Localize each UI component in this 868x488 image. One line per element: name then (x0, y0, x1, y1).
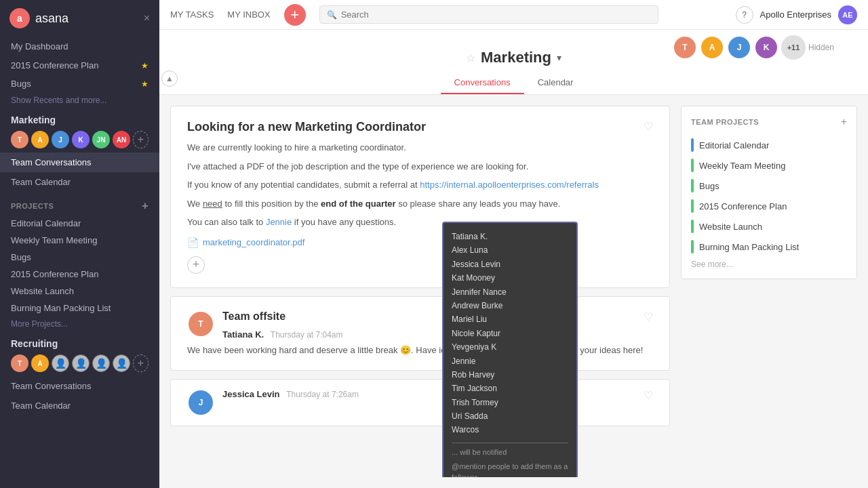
project-dot (691, 138, 694, 152)
avatar: K (72, 131, 90, 148)
see-more-projects-link[interactable]: See more... (691, 260, 847, 269)
list-item: Tatiana K. (452, 230, 568, 243)
post-time: Thursday at 7:26am (286, 390, 359, 399)
notified-popup: Tatiana K. Alex Luna Jessica Levin Kat M… (442, 222, 578, 477)
add-comment-button[interactable]: + (187, 256, 205, 274)
sidebar-item-my-dashboard[interactable]: My Dashboard (0, 37, 159, 56)
post-author: Jessica Levin (222, 389, 280, 399)
recruiting-team-avatars: T A 👤 👤 👤 👤 + (0, 352, 159, 376)
team-member-avatar: T (673, 35, 697, 60)
sidebar-item-conference-plan[interactable]: 2015 Conference Plan ★ (0, 56, 159, 75)
avatar: A (31, 131, 49, 148)
tp-item-weekly[interactable]: Weekly Team Meeting (691, 155, 847, 176)
post-author: Tatiana K. (222, 329, 264, 340)
attachment-name: marketing_coordinator.pdf (203, 237, 304, 247)
post-time: Thursday at 7:04am (271, 330, 343, 340)
recruiting-team-label: Recruiting (0, 331, 159, 352)
hidden-label[interactable]: Hidden (808, 43, 834, 52)
avatar: A (31, 354, 49, 372)
avatar-placeholder: 👤 (113, 354, 130, 372)
add-project-button[interactable]: + (142, 200, 149, 212)
close-icon[interactable]: × (144, 12, 150, 24)
heart-icon[interactable]: ♡ (644, 310, 653, 323)
add-task-button[interactable]: + (284, 4, 306, 26)
tp-item-website[interactable]: Website Launch (691, 216, 847, 237)
sidebar-item-team-calendar[interactable]: Team Calendar (0, 172, 159, 192)
post-author-time: Tatiana K. Thursday at 7:04am (222, 329, 343, 340)
add-member-button[interactable]: + (133, 131, 149, 148)
heart-icon[interactable]: ♡ (644, 120, 653, 133)
tp-item-label: Burning Man Packing List (699, 242, 799, 252)
add-recruiting-member-button[interactable]: + (133, 354, 149, 372)
notified-popup-content: Tatiana K. Alex Luna Jessica Levin Kat M… (443, 223, 576, 477)
help-button[interactable]: ? (736, 6, 753, 24)
post-avatar: J (187, 389, 214, 416)
tab-calendar[interactable]: Calendar (524, 72, 587, 94)
tp-item-label: Editorial Calendar (699, 140, 769, 150)
sidebar-project-burning[interactable]: Burning Man Packing List (0, 300, 159, 317)
favorite-star-icon[interactable]: ☆ (466, 52, 475, 64)
sidebar-item-team-conversations[interactable]: Team Conversations (0, 152, 159, 172)
sidebar-project-weekly[interactable]: Weekly Team Meeting (0, 232, 159, 249)
list-item: Jennie (452, 354, 568, 368)
avatar-placeholder: 👤 (92, 354, 110, 372)
tp-item-bugs[interactable]: Bugs (691, 176, 847, 196)
notified-people-list: Tatiana K. Alex Luna Jessica Levin Kat M… (452, 230, 568, 437)
user-avatar[interactable]: AE (838, 5, 857, 24)
heart-icon[interactable]: ♡ (644, 389, 653, 402)
sidebar-header: a asana × (0, 0, 159, 37)
projects-section-header: PROJECTS + (0, 192, 159, 215)
referral-link[interactable]: https://internal.apolloenterprises.com/r… (420, 180, 599, 190)
list-item: Jessica Levin (452, 258, 568, 271)
mention-hint: @mention people to add them as a followe… (452, 462, 568, 477)
more-projects-link[interactable]: More Projects... (0, 317, 159, 331)
sidebar-item-recruiting-calendar[interactable]: Team Calendar (0, 396, 159, 415)
sidebar-project-editorial[interactable]: Editorial Calendar (0, 215, 159, 232)
tab-conversations[interactable]: Conversations (441, 72, 524, 94)
team-members-row: T A J K +11 Hidden (673, 35, 834, 60)
sidebar-project-bugs[interactable]: Bugs (0, 249, 159, 266)
post-avatar: T (187, 310, 214, 338)
star-icon: ★ (141, 61, 149, 70)
sidebar-item-bugs[interactable]: Bugs ★ (0, 75, 159, 93)
tp-item-label: Website Launch (699, 222, 762, 232)
conversations-list: Looking for a new Marketing Coordinator … (170, 106, 670, 477)
sidebar-item-recruiting-conversations[interactable]: Team Conversations (0, 376, 159, 396)
my-inbox-link[interactable]: MY INBOX (227, 7, 270, 22)
project-dot (691, 179, 694, 192)
jennie-link[interactable]: Jennie (266, 217, 292, 227)
tp-item-label: 2015 Conference Plan (699, 201, 787, 211)
collapse-sidebar-button[interactable]: ▲ (161, 70, 178, 87)
search-input[interactable] (341, 9, 651, 20)
title-dropdown-icon[interactable]: ▾ (557, 52, 561, 63)
tp-item-editorial[interactable]: Editorial Calendar (691, 135, 847, 155)
page-tabs: Conversations Calendar (441, 72, 587, 94)
tp-item-conference[interactable]: 2015 Conference Plan (691, 196, 847, 216)
tp-item-burning[interactable]: Burning Man Packing List (691, 237, 847, 257)
post-info: T Team offsite Tatiana K. Thursday at 7:… (187, 310, 343, 340)
project-dot (691, 159, 694, 172)
star-icon: ★ (141, 79, 149, 89)
tp-item-label: Bugs (699, 181, 719, 191)
post-body: We have been working hard and deserve a … (187, 344, 653, 357)
project-dot (691, 199, 694, 213)
show-recents-link[interactable]: Show Recents and more... (0, 93, 159, 108)
conversation-card: Looking for a new Marketing Coordinator … (170, 106, 670, 288)
org-name: Apollo Enterprises (760, 9, 832, 20)
add-team-project-button[interactable]: + (841, 116, 847, 128)
sidebar: a asana × My Dashboard 2015 Conference P… (0, 0, 159, 488)
attachment[interactable]: 📄 marketing_coordinator.pdf (187, 237, 653, 248)
post-title: Team offsite (222, 310, 343, 323)
topbar: MY TASKS MY INBOX + 🔍 ? Apollo Enterpris… (159, 0, 868, 30)
sidebar-project-conference[interactable]: 2015 Conference Plan (0, 266, 159, 283)
file-icon: 📄 (187, 237, 199, 248)
content-area: Looking for a new Marketing Coordinator … (159, 95, 868, 488)
list-item: Tim Jackson (452, 382, 568, 395)
team-projects-title: TEAM PROJECTS (691, 118, 759, 126)
notified-ellipsis: ... will be notified (452, 447, 568, 458)
team-member-avatar: A (700, 35, 724, 60)
sidebar-project-website[interactable]: Website Launch (0, 283, 159, 300)
my-tasks-link[interactable]: MY TASKS (170, 7, 214, 22)
search-icon: 🔍 (327, 10, 337, 20)
list-item: Nicole Kaptur (452, 327, 568, 340)
